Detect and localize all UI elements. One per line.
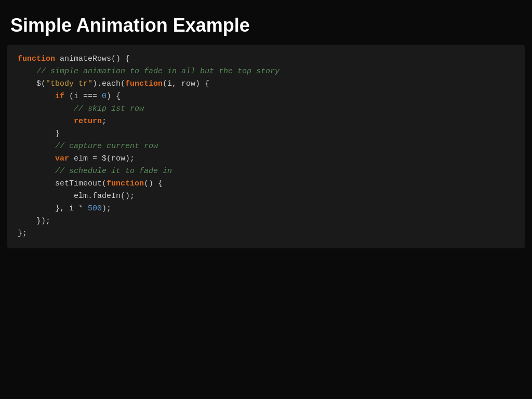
code-line-13: }, i * 500); [18, 203, 514, 215]
code-line-9: var elm = $(row); [18, 153, 514, 165]
code-line-15: }; [18, 228, 514, 240]
code-line-7: } [18, 128, 514, 140]
code-line-2: // simple animation to fade in all but t… [18, 65, 514, 78]
code-line-6: return; [18, 115, 514, 128]
code-line-8: // capture current row [18, 140, 514, 153]
code-line-11: setTimeout(function() { [18, 178, 514, 190]
code-line-4: if (i === 0) { [18, 90, 514, 103]
code-line-10: // schedule it to fade in [18, 165, 514, 178]
code-line-1: function animateRows() { [18, 53, 514, 65]
code-line-3: $("tbody tr").each(function(i, row) { [18, 78, 514, 90]
page-title: Simple Animation Example [0, 0, 532, 45]
code-block: function animateRows() { // simple anima… [7, 45, 525, 248]
code-line-12: elm.fadeIn(); [18, 190, 514, 203]
code-line-14: }); [18, 215, 514, 228]
code-line-5: // skip 1st row [18, 103, 514, 115]
